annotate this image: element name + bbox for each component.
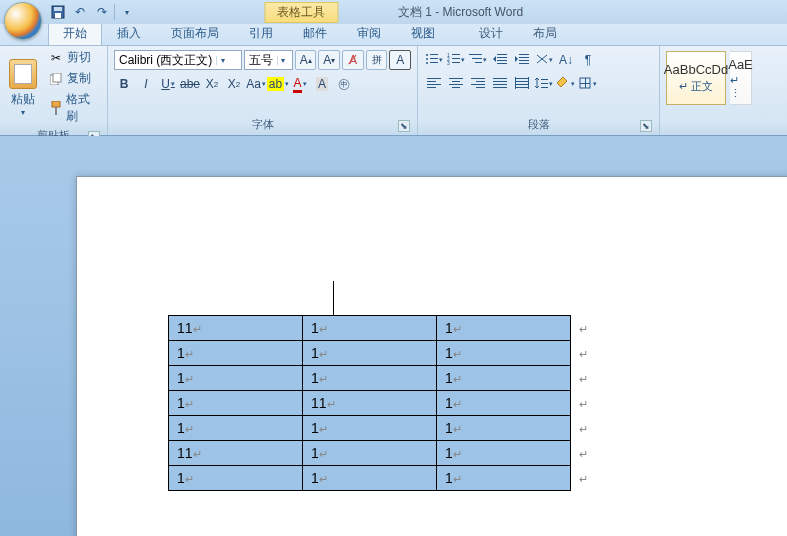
strikethrough-button[interactable]: abe [180, 74, 200, 94]
change-case-button[interactable]: Aa▾ [246, 74, 266, 94]
table-cell[interactable]: 1↵ [169, 391, 303, 416]
table-cell[interactable]: 11↵ [169, 316, 303, 341]
table-row[interactable]: 1↵1↵1↵↵ [169, 366, 597, 391]
table-cell[interactable]: 1↵ [437, 366, 571, 391]
bold-button[interactable]: B [114, 74, 134, 94]
table-cell[interactable]: 1↵ [303, 416, 437, 441]
shrink-font-button[interactable]: A▾ [318, 50, 340, 70]
document-area[interactable]: 11↵1↵1↵↵1↵1↵1↵↵1↵1↵1↵↵1↵11↵1↵↵1↵1↵1↵↵11↵… [0, 136, 787, 536]
table-cell[interactable]: 1↵ [303, 466, 437, 491]
style-normal[interactable]: AaBbCcDd ↵ 正文 [666, 51, 726, 105]
tab-home[interactable]: 开始 [48, 21, 102, 45]
paste-dropdown[interactable]: ▾ [21, 108, 25, 117]
table-cell[interactable]: 1↵ [437, 441, 571, 466]
chevron-down-icon[interactable]: ▾ [277, 56, 289, 65]
table-cell[interactable]: 1↵ [303, 316, 437, 341]
increase-indent-button[interactable] [512, 50, 532, 70]
table-cell[interactable]: 1↵ [169, 366, 303, 391]
table-cell[interactable]: 1↵ [437, 341, 571, 366]
distributed-button[interactable] [512, 74, 532, 94]
svg-rect-48 [515, 84, 529, 85]
asian-layout-button[interactable]: ▾ [534, 50, 554, 70]
tab-mailings[interactable]: 邮件 [288, 21, 342, 45]
page[interactable]: 11↵1↵1↵↵1↵1↵1↵↵1↵1↵1↵↵1↵11↵1↵↵1↵1↵1↵↵11↵… [76, 176, 787, 536]
format-painter-button[interactable]: 格式刷 [46, 90, 103, 126]
chevron-down-icon[interactable]: ▾ [216, 56, 228, 65]
svg-rect-35 [452, 81, 460, 82]
separator [114, 4, 115, 20]
tab-table-design[interactable]: 设计 [464, 21, 518, 45]
table-row[interactable]: 1↵1↵1↵↵ [169, 341, 597, 366]
ribbon-body: 粘贴 ▾ ✂剪切 复制 格式刷 剪贴板⬊ Calibri (西文正文)▾ 五号▾… [0, 46, 787, 136]
font-color-button[interactable]: A▾ [290, 74, 310, 94]
align-right-button[interactable] [468, 74, 488, 94]
svg-rect-43 [493, 81, 507, 82]
svg-rect-53 [541, 83, 548, 84]
shading-button[interactable]: ▾ [556, 74, 576, 94]
font-launcher[interactable]: ⬊ [398, 120, 410, 132]
table-row[interactable]: 1↵11↵1↵↵ [169, 391, 597, 416]
subscript-button[interactable]: X2 [202, 74, 222, 94]
font-name-combo[interactable]: Calibri (西文正文)▾ [114, 50, 242, 70]
table-cell[interactable]: 11↵ [169, 441, 303, 466]
svg-rect-40 [471, 84, 485, 85]
qat-redo-icon[interactable]: ↷ [92, 2, 112, 22]
bullets-button[interactable]: ▾ [424, 50, 444, 70]
svg-rect-34 [449, 78, 463, 79]
style-name-label: ↵ 正文 [679, 79, 713, 94]
sort-button[interactable]: A↓ [556, 50, 576, 70]
phonetic-guide-button[interactable]: 拼 [366, 50, 388, 70]
table-cell[interactable]: 1↵ [169, 466, 303, 491]
grow-font-button[interactable]: A▴ [295, 50, 317, 70]
highlight-button[interactable]: ab▾ [268, 74, 288, 94]
table-row[interactable]: 1↵1↵1↵↵ [169, 416, 597, 441]
table-cell[interactable]: 1↵ [437, 316, 571, 341]
qat-undo-icon[interactable]: ↶ [70, 2, 90, 22]
line-spacing-button[interactable]: ▾ [534, 74, 554, 94]
char-shading-button[interactable]: A [312, 74, 332, 94]
table-cell[interactable]: 1↵ [169, 416, 303, 441]
paragraph-launcher[interactable]: ⬊ [640, 120, 652, 132]
align-left-button[interactable] [424, 74, 444, 94]
cut-button[interactable]: ✂剪切 [46, 48, 103, 67]
table-cell[interactable]: 1↵ [437, 466, 571, 491]
table-cell[interactable]: 11↵ [303, 391, 437, 416]
paste-icon[interactable] [9, 59, 37, 89]
borders-button[interactable]: ▾ [578, 74, 598, 94]
italic-button[interactable]: I [136, 74, 156, 94]
table-cell[interactable]: 1↵ [437, 391, 571, 416]
qat-save-icon[interactable] [48, 2, 68, 22]
tab-review[interactable]: 审阅 [342, 21, 396, 45]
superscript-button[interactable]: X2 [224, 74, 244, 94]
table-row[interactable]: 11↵1↵1↵↵ [169, 441, 597, 466]
paste-button[interactable]: 粘贴 [11, 91, 35, 108]
font-size-combo[interactable]: 五号▾ [244, 50, 293, 70]
enclose-char-button[interactable]: ㊥ [334, 74, 354, 94]
table-row[interactable]: 1↵1↵1↵↵ [169, 466, 597, 491]
style-partial[interactable]: AaE ↵ ⋮ [730, 51, 752, 105]
numbering-button[interactable]: 123▾ [446, 50, 466, 70]
table-cell[interactable]: 1↵ [303, 441, 437, 466]
decrease-indent-button[interactable] [490, 50, 510, 70]
tab-page-layout[interactable]: 页面布局 [156, 21, 234, 45]
justify-button[interactable] [490, 74, 510, 94]
table-cell[interactable]: 1↵ [169, 341, 303, 366]
multilevel-list-button[interactable]: ▾ [468, 50, 488, 70]
show-marks-button[interactable]: ¶ [578, 50, 598, 70]
underline-button[interactable]: U▾ [158, 74, 178, 94]
table-cell[interactable]: 1↵ [437, 416, 571, 441]
table-cell[interactable]: 1↵ [303, 341, 437, 366]
tab-table-layout[interactable]: 布局 [518, 21, 572, 45]
qat-customize-icon[interactable]: ▾ [117, 2, 137, 22]
table-cell[interactable]: 1↵ [303, 366, 437, 391]
clear-formatting-button[interactable]: A̸ [342, 50, 364, 70]
tab-view[interactable]: 视图 [396, 21, 450, 45]
office-button[interactable] [4, 2, 42, 40]
copy-button[interactable]: 复制 [46, 69, 103, 88]
tab-insert[interactable]: 插入 [102, 21, 156, 45]
character-border-button[interactable]: A [389, 50, 411, 70]
tab-references[interactable]: 引用 [234, 21, 288, 45]
table-row[interactable]: 11↵1↵1↵↵ [169, 316, 597, 341]
align-center-button[interactable] [446, 74, 466, 94]
document-table[interactable]: 11↵1↵1↵↵1↵1↵1↵↵1↵1↵1↵↵1↵11↵1↵↵1↵1↵1↵↵11↵… [168, 315, 597, 491]
